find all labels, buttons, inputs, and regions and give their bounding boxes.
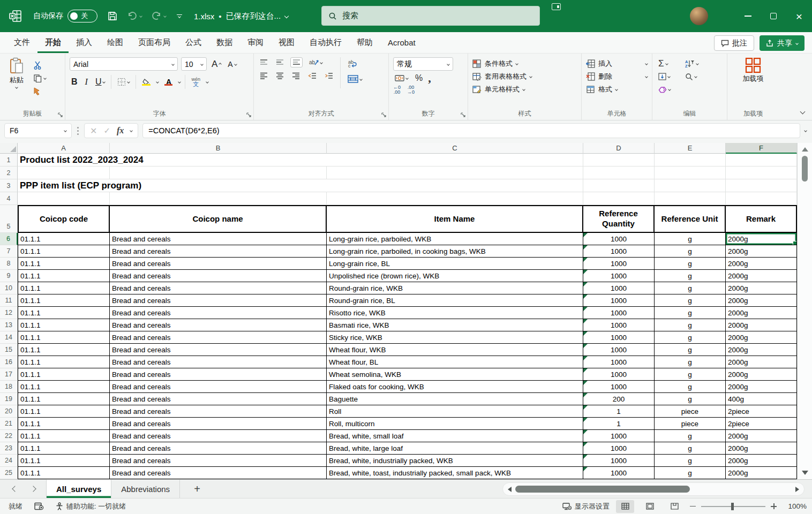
cell-D1[interactable] — [583, 154, 655, 167]
header-reference-quantity[interactable]: Reference Quantity — [583, 205, 655, 233]
borders-dropdown-icon[interactable] — [127, 80, 131, 84]
row-header-7[interactable]: 7 — [0, 245, 18, 258]
underline-button[interactable]: U — [94, 76, 107, 88]
cell-E2[interactable] — [655, 167, 726, 179]
cell-C24[interactable]: Bread, white, industrially packed, WKB — [327, 455, 583, 467]
cell-A21[interactable]: 01.1.1 — [18, 418, 110, 430]
cell-D20[interactable]: 1 — [583, 405, 655, 418]
orientation-dropdown-icon[interactable] — [320, 61, 323, 64]
clear-button[interactable] — [657, 85, 683, 94]
cell-F2[interactable] — [726, 167, 797, 179]
cell-C1[interactable] — [327, 154, 583, 167]
cell-D15[interactable]: 1000 — [583, 344, 655, 356]
accessibility-status[interactable]: 辅助功能: 一切就绪 — [56, 502, 126, 511]
cell-A3[interactable]: PPP item list (ECP program) — [18, 179, 327, 192]
cell-D11[interactable]: 1000 — [583, 294, 655, 307]
row-header-6[interactable]: 6 — [0, 233, 18, 245]
cell-C15[interactable]: Wheat flour, WKB — [327, 344, 583, 356]
increase-decimal-button[interactable]: ←0.00 — [393, 85, 401, 95]
cell-F12[interactable]: 2000g — [726, 307, 797, 319]
horizontal-scroll-thumb[interactable] — [515, 486, 690, 493]
cell-D8[interactable]: 1000 — [583, 258, 655, 270]
wrap-text-button[interactable]: abc — [346, 58, 364, 69]
cell-D7[interactable]: 1000 — [583, 245, 655, 258]
font-color-button[interactable]: A — [163, 78, 174, 87]
prev-sheet-icon[interactable] — [12, 486, 18, 492]
scroll-left-icon[interactable] — [508, 487, 512, 492]
format-as-table-button[interactable]: 套用表格格式 — [472, 70, 577, 83]
autosave-toggle[interactable]: 关 — [67, 10, 97, 22]
cell-C3[interactable] — [327, 179, 583, 192]
cell-E18[interactable]: g — [655, 381, 726, 393]
cell-A15[interactable]: 01.1.1 — [18, 344, 110, 356]
cell-C8[interactable]: Long-grain rice, BL — [327, 258, 583, 270]
page-break-view-button[interactable] — [665, 500, 683, 513]
cell-E23[interactable]: g — [655, 442, 726, 455]
ribbon-tab-公式[interactable]: 公式 — [178, 32, 209, 53]
phonetic-guide-button[interactable]: wén 文 — [190, 76, 202, 88]
row-header-25[interactable]: 25 — [0, 467, 18, 479]
cell-A19[interactable]: 01.1.1 — [18, 393, 110, 405]
cell-C14[interactable]: Sticky rice, WKB — [327, 331, 583, 344]
cell-E25[interactable]: g — [655, 467, 726, 479]
cell-D16[interactable]: 1000 — [583, 356, 655, 368]
sort-filter-button[interactable]: AZ — [683, 58, 711, 69]
cell-E19[interactable]: g — [655, 393, 726, 405]
addins-button[interactable]: 加载项 — [738, 57, 768, 83]
autosum-button[interactable]: Σ — [657, 57, 683, 70]
cell-D14[interactable]: 1000 — [583, 331, 655, 344]
cell-D18[interactable]: 1000 — [583, 381, 655, 393]
cell-E6[interactable]: g — [655, 233, 726, 245]
cell-B20[interactable]: Bread and cereals — [110, 405, 327, 418]
cell-D12[interactable]: 1000 — [583, 307, 655, 319]
fill-color-button[interactable] — [140, 78, 152, 87]
cell-A9[interactable]: 01.1.1 — [18, 270, 110, 282]
cell-C7[interactable]: Long-grain rice, parboiled, in cooking b… — [327, 245, 583, 258]
cell-D17[interactable]: 1000 — [583, 368, 655, 381]
ribbon-tab-页面布局[interactable]: 页面布局 — [131, 32, 178, 53]
row-header-17[interactable]: 17 — [0, 368, 18, 381]
shrink-font-button[interactable]: A — [226, 59, 238, 70]
cell-C20[interactable]: Roll — [327, 405, 583, 418]
cell-A7[interactable]: 01.1.1 — [18, 245, 110, 258]
insert-cells-button[interactable]: 插入 — [586, 57, 648, 70]
name-box[interactable]: F6 — [4, 123, 72, 138]
align-bottom-button[interactable] — [290, 57, 303, 67]
display-settings-button[interactable]: 显示器设置 — [562, 502, 610, 511]
cell-A18[interactable]: 01.1.1 — [18, 381, 110, 393]
cell-D19[interactable]: 200 — [583, 393, 655, 405]
header-reference-unit[interactable]: Reference Unit — [655, 205, 726, 233]
cell-A22[interactable]: 01.1.1 — [18, 430, 110, 442]
cell-C12[interactable]: Risotto rice, WKB — [327, 307, 583, 319]
expand-formula-bar-icon[interactable] — [804, 129, 807, 132]
cell-B8[interactable]: Bread and cereals — [110, 258, 327, 270]
row-header-16[interactable]: 16 — [0, 356, 18, 368]
cancel-icon[interactable]: ✕ — [90, 126, 97, 136]
percent-style-button[interactable]: % — [415, 73, 423, 83]
fill-button[interactable] — [657, 72, 683, 81]
cell-E21[interactable]: piece — [655, 418, 726, 430]
row-header-2[interactable]: 2 — [0, 167, 18, 179]
cell-B12[interactable]: Bread and cereals — [110, 307, 327, 319]
new-sheet-button[interactable]: + — [180, 480, 214, 498]
cell-C13[interactable]: Basmati rice, WKB — [327, 319, 583, 331]
cell-F13[interactable]: 2000g — [726, 319, 797, 331]
cell-C21[interactable]: Roll, multicorn — [327, 418, 583, 430]
cell-E11[interactable]: g — [655, 294, 726, 307]
maximize-button[interactable] — [761, 0, 786, 32]
minimize-button[interactable] — [735, 0, 761, 32]
cell-A24[interactable]: 01.1.1 — [18, 455, 110, 467]
ribbon-tab-开始[interactable]: 开始 — [37, 32, 69, 53]
cell-B17[interactable]: Bread and cereals — [110, 368, 327, 381]
cell-C22[interactable]: Bread, white, small loaf — [327, 430, 583, 442]
column-header-F[interactable]: F — [726, 143, 797, 154]
ribbon-tab-Acrobat[interactable]: Acrobat — [380, 32, 423, 53]
align-top-button[interactable] — [258, 58, 269, 67]
row-header-21[interactable]: 21 — [0, 418, 18, 430]
cell-A16[interactable]: 01.1.1 — [18, 356, 110, 368]
ribbon-tab-视图[interactable]: 视图 — [271, 32, 302, 53]
cell-C19[interactable]: Baguette — [327, 393, 583, 405]
cell-F21[interactable]: 2piece — [726, 418, 797, 430]
cell-A8[interactable]: 01.1.1 — [18, 258, 110, 270]
header-coicop-code[interactable]: Coicop code — [18, 205, 110, 233]
